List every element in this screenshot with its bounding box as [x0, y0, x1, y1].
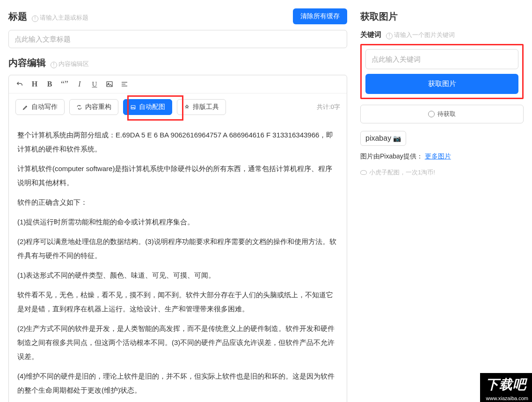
watermark: 下载吧 www.xiazaiba.com — [480, 373, 532, 402]
layout-tool-button[interactable]: 排版工具 — [177, 99, 226, 115]
info-icon: ! — [51, 62, 57, 68]
paragraph: 软件看不见，无色，枯燥，看不见，摸不到，闻不到。软件大部分存在于人们的头脑或纸上… — [17, 288, 338, 316]
pending-button[interactable]: 待获取 — [360, 105, 524, 123]
fetch-image-title: 获取图片 — [360, 8, 524, 23]
article-title-input[interactable] — [8, 30, 347, 48]
paragraph: 整个计算机系统由两部分组成：E.69DA 5 E 6 BA 9062616964… — [17, 128, 338, 156]
cloud-icon — [360, 170, 367, 175]
keyword-label: 关键词 !请输入一个图片关键词 — [360, 30, 524, 39]
italic-icon[interactable]: I — [75, 80, 84, 88]
bold-icon[interactable]: B — [45, 80, 54, 88]
word-count: 共计:0字 — [317, 103, 340, 111]
content-hint: !内容编辑区 — [51, 60, 89, 67]
more-images-link[interactable]: 更多图片 — [425, 152, 451, 160]
sidebar: 获取图片 关键词 !请输入一个图片关键词 获取图片 待获取 pixabay 📷 … — [356, 0, 532, 402]
info-icon: ! — [386, 33, 393, 39]
title-label: 标题 — [8, 11, 27, 22]
title-section-header: 标题 !请输入主题或标题 清除所有缓存 — [8, 8, 347, 24]
underline-icon[interactable]: U — [90, 80, 99, 88]
heading-icon[interactable]: H — [30, 80, 39, 88]
watermark-logo: 下载吧 — [480, 373, 532, 395]
main-column: 标题 !请输入主题或标题 清除所有缓存 内容编辑 !内容编辑区 H B “” — [0, 0, 356, 402]
pixabay-badge: pixabay 📷 — [360, 131, 406, 146]
paragraph: (4)维护不同的硬件是旧的，理论上软件是旧的，并不坏，但实际上软件也是旧的和坏的… — [17, 369, 338, 397]
circle-icon — [428, 111, 435, 117]
title-hint: !请输入主题或标题 — [32, 14, 88, 21]
quote-icon[interactable]: “” — [60, 80, 69, 88]
align-icon[interactable] — [120, 80, 129, 88]
undo-icon[interactable] — [15, 80, 24, 88]
paragraph: 计算机软件(computer software)是指计算机系统中除硬件以外的所有… — [17, 162, 338, 190]
paragraph: (2)程序可以满意地处理信息的数据结构。(3)说明程序功能要求和程序需要的文档的… — [17, 235, 338, 263]
clear-cache-button[interactable]: 清除所有缓存 — [293, 8, 347, 24]
image-icon[interactable] — [105, 80, 114, 88]
paragraph: (1)表达形式不同的硬件类型、颜色、味道、可见、可摸、可闻。 — [17, 268, 338, 282]
info-icon: ! — [32, 15, 38, 22]
keyword-input[interactable] — [365, 49, 518, 69]
content-label: 内容编辑 — [8, 57, 46, 68]
format-toolbar: H B “” I U — [9, 75, 347, 93]
action-toolbar: 自动写作 内容重构 自动配图 排版工具 共计:0字 — [9, 93, 347, 121]
content-section-header: 内容编辑 !内容编辑区 — [8, 57, 347, 69]
credit-line: 图片由Pixabay提供： 更多图片 — [360, 152, 524, 161]
paragraph: (1)提供运行时所需功能和性能的命令或计算机程序集合。 — [17, 215, 338, 229]
fetch-image-button[interactable]: 获取图片 — [365, 74, 518, 94]
camera-icon: 📷 — [393, 135, 401, 142]
paragraph: (2)生产方式不同的软件是开发，是人类智能的高发挥，而不是传统意义上的硬件制造。… — [17, 322, 338, 364]
tip-line: 小虎子配图，一次1淘币! — [360, 168, 524, 177]
editor-box: H B “” I U 自动写作 内容重构 自动配图 — [8, 75, 347, 402]
auto-image-button[interactable]: 自动配图 — [123, 99, 172, 115]
content-editor[interactable]: 整个计算机系统由两部分组成：E.69DA 5 E 6 BA 9062616964… — [9, 121, 347, 402]
restructure-button[interactable]: 内容重构 — [69, 99, 118, 115]
auto-write-button[interactable]: 自动写作 — [15, 99, 65, 115]
keyword-highlight-box: 获取图片 — [360, 44, 524, 99]
paragraph: 软件的正确含义如下： — [17, 195, 338, 209]
watermark-url: www.xiazaiba.com — [480, 395, 532, 402]
